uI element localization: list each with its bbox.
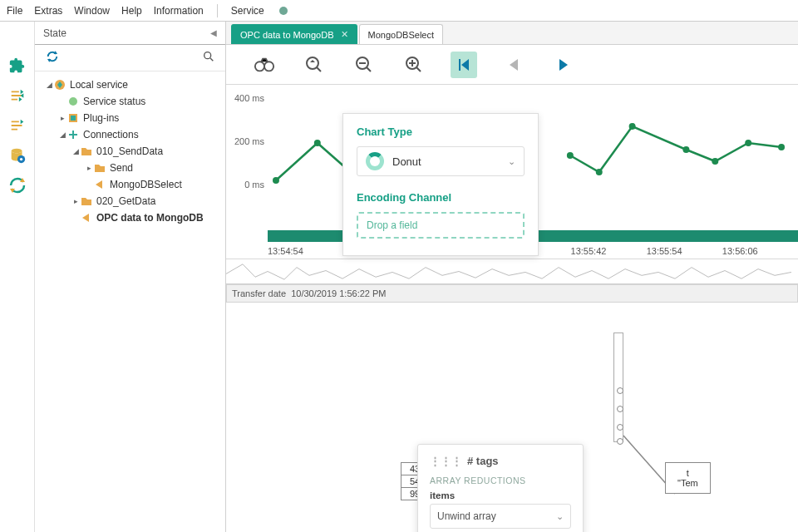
zoom-reset-icon[interactable] [301, 52, 328, 78]
tab-opc[interactable]: OPC data to MongoDB✕ [231, 24, 357, 44]
encoding-title: Encoding Channel [357, 191, 525, 204]
transfer-label: Transfer date [232, 288, 286, 298]
menubar: File Extras Window Help Information Serv… [0, 0, 798, 22]
menu-help[interactable]: Help [121, 5, 142, 17]
chart-area: 400 ms200 ms0 ms 13:54:5413:55:0613:55:4… [226, 85, 798, 259]
chart-type-title: Chart Type [357, 126, 525, 138]
side-panel-header[interactable]: State ◀ [35, 22, 225, 45]
tree-mongoselect[interactable]: MongoDBSelect [38, 176, 222, 193]
tab-mongoselect[interactable]: MongoDBSelect [359, 24, 444, 44]
tree-local-service[interactable]: ◢Local service [38, 76, 222, 93]
tree-senddata[interactable]: ◢010_SendData [38, 143, 222, 160]
svg-point-16 [629, 123, 636, 130]
side-panel: State ◀ ◢Local service Service status ▸P… [35, 22, 226, 532]
chevron-down-icon: ⌄ [508, 156, 515, 167]
menu-extras[interactable]: Extras [34, 5, 62, 17]
binoculars-icon[interactable] [251, 52, 278, 78]
encoding-dropzone[interactable]: Drop a field [357, 212, 525, 239]
transfer-bar: Transfer date 10/30/2019 1:56:22 PM [226, 284, 798, 303]
flow-canvas[interactable]: 438 546 997 $.Tank t"Tem ⋮⋮⋮# tags ARRAY… [226, 303, 798, 532]
svg-point-3 [204, 52, 211, 59]
collapse-icon[interactable]: ◀ [210, 28, 217, 37]
items-label: items [430, 490, 571, 500]
chevron-down-icon: ⌄ [556, 511, 564, 522]
menu-window[interactable]: Window [74, 5, 110, 17]
tree-opc[interactable]: OPC data to MongoDB [38, 209, 222, 226]
tree-connections[interactable]: ◢Connections [38, 126, 222, 143]
sliders-icon[interactable] [7, 85, 28, 106]
donut-icon [366, 152, 384, 170]
left-toolstrip [0, 22, 35, 532]
drag-handle-icon[interactable]: ⋮⋮⋮ [430, 455, 462, 467]
svg-point-17 [682, 146, 689, 153]
skip-first-icon[interactable] [451, 52, 477, 78]
puzzle-icon[interactable] [7, 55, 28, 76]
tree-plugins[interactable]: ▸Plug-ins [38, 110, 222, 126]
menu-service[interactable]: Service [231, 5, 264, 17]
y-axis: 400 ms200 ms0 ms [228, 93, 264, 223]
menu-information[interactable]: Information [154, 5, 204, 17]
items-select[interactable]: Unwind array⌄ [430, 504, 571, 529]
transfer-value: 10/30/2019 1:56:22 PM [291, 288, 386, 298]
svg-point-18 [712, 158, 718, 165]
db-gear-icon[interactable] [7, 145, 28, 166]
svg-point-4 [69, 97, 77, 106]
tree-getdata[interactable]: ▸020_GetData [38, 193, 222, 209]
tab-bar: OPC data to MongoDB✕ MongoDBSelect [226, 22, 798, 45]
overview-wave[interactable] [226, 259, 798, 284]
svg-point-0 [11, 149, 22, 154]
svg-point-14 [567, 152, 574, 159]
close-icon[interactable]: ✕ [341, 29, 348, 40]
state-tree: ◢Local service Service status ▸Plug-ins … [35, 71, 225, 231]
menu-file[interactable]: File [7, 5, 22, 17]
chart-type-select[interactable]: Donut ⌄ [357, 146, 525, 176]
refresh-icon[interactable] [45, 49, 60, 66]
svg-point-7 [307, 57, 318, 69]
sliders2-icon[interactable] [7, 115, 28, 136]
svg-point-20 [778, 144, 785, 150]
svg-point-15 [596, 169, 603, 175]
sync-icon[interactable] [7, 175, 28, 196]
svg-point-2 [19, 158, 22, 160]
svg-point-6 [264, 62, 273, 71]
side-panel-title: State [43, 27, 66, 39]
aggregate-popup: ⋮⋮⋮# tags ARRAY REDUCTIONS items Unwind … [417, 444, 584, 532]
svg-point-5 [255, 62, 264, 71]
tem-node[interactable]: t"Tem [665, 462, 711, 494]
tree-service-status[interactable]: Service status [38, 93, 222, 110]
prev-icon[interactable] [500, 52, 527, 78]
svg-point-11 [314, 140, 321, 146]
next-icon[interactable] [550, 52, 577, 78]
chart-type-popup: Chart Type Donut ⌄ Encoding Channel Drop… [342, 113, 539, 256]
search-icon[interactable] [202, 50, 215, 66]
tree-send[interactable]: ▸Send [38, 160, 222, 176]
zoom-in-icon[interactable] [401, 52, 427, 78]
menu-separator [217, 4, 218, 17]
array-reductions-label: ARRAY REDUCTIONS [430, 475, 571, 485]
zoom-out-icon[interactable] [351, 52, 377, 78]
svg-point-10 [273, 177, 279, 184]
svg-point-19 [745, 140, 751, 146]
service-status-dot [279, 7, 288, 15]
chart-toolbar [226, 45, 798, 85]
